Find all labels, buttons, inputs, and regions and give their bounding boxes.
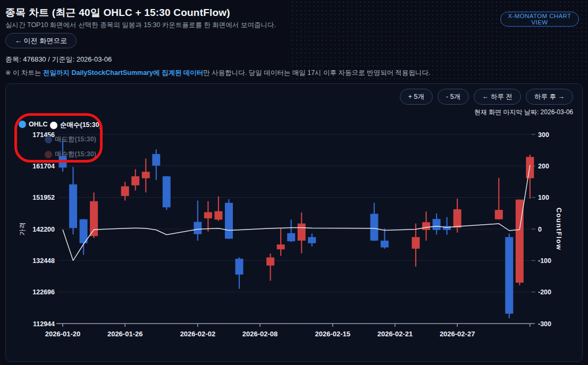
svg-text:CountFlow: CountFlow: [555, 208, 563, 251]
svg-text:0: 0: [538, 226, 542, 233]
svg-text:142200: 142200: [32, 226, 55, 233]
svg-text:-100: -100: [538, 257, 551, 265]
svg-text:-300: -300: [538, 320, 551, 328]
sell-sum-marker-icon: [45, 136, 52, 143]
legend-item-ohlc[interactable]: OHLC: [19, 121, 47, 128]
svg-text:2026-02-08: 2026-02-08: [242, 330, 278, 338]
netbuy-marker-icon: [50, 122, 57, 129]
buy-sum-marker-icon: [45, 151, 52, 158]
svg-text:100: 100: [538, 194, 549, 201]
legend-label: OHLC: [29, 121, 47, 128]
svg-text:가격: 가격: [19, 223, 26, 236]
svg-text:151952: 151952: [32, 194, 55, 201]
svg-text:2026-01-20: 2026-01-20: [45, 330, 81, 338]
svg-text:300: 300: [538, 131, 549, 139]
svg-text:161704: 161704: [32, 163, 55, 170]
legend-item-sell-sum[interactable]: 매도합(15:30): [45, 135, 96, 144]
svg-text:132448: 132448: [32, 257, 55, 265]
legend-label: 매수합(15:30): [55, 150, 96, 159]
svg-text:2026-01-26: 2026-01-26: [107, 330, 143, 338]
ohlc-marker-icon: [19, 121, 26, 128]
svg-text:112944: 112944: [33, 320, 55, 328]
legend-label: 매도합(15:30): [55, 135, 96, 144]
svg-text:2026-02-21: 2026-02-21: [377, 330, 413, 338]
svg-text:122696: 122696: [32, 288, 55, 296]
legend-item-buy-sum[interactable]: 매수합(15:30): [45, 150, 96, 159]
svg-text:200: 200: [538, 163, 549, 170]
legend-label: 순매수(15:30): [60, 121, 102, 130]
svg-text:2026-02-27: 2026-02-27: [440, 330, 475, 338]
svg-text:2026-02-15: 2026-02-15: [315, 330, 351, 338]
svg-text:2026-02-02: 2026-02-02: [180, 330, 216, 338]
svg-text:-200: -200: [538, 288, 551, 296]
legend-item-netbuy[interactable]: 순매수(15:30): [50, 121, 102, 130]
candlestick-chart: 1714561617041519521422001324481226961129…: [0, 0, 588, 365]
